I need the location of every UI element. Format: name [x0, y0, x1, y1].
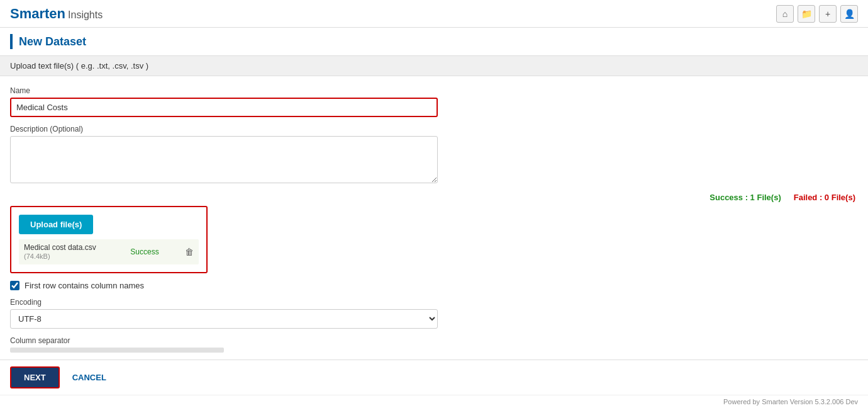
page-title-accent [10, 34, 13, 49]
header: Smarten Insights ⌂ 📁 + 👤 [0, 0, 868, 28]
footer-bar: NEXT CANCEL [0, 360, 868, 395]
folder-button[interactable]: 📁 [798, 5, 815, 23]
upload-status-right: Success : 1 File(s) Failed : 0 File(s) [10, 193, 858, 202]
first-row-label[interactable]: First row contains column names [25, 281, 144, 290]
home-button[interactable]: ⌂ [776, 5, 794, 23]
logo-insights: Insights [68, 9, 103, 21]
encoding-label: Encoding [10, 298, 438, 307]
section-header: Upload text file(s) ( e.g. .txt, .csv, .… [0, 56, 868, 76]
description-field-group: Description (Optional) [10, 125, 438, 185]
first-row-checkbox[interactable] [10, 281, 19, 290]
failed-status: Failed : 0 File(s) [794, 193, 855, 202]
delete-file-icon[interactable]: 🗑 [185, 247, 194, 257]
logo: Smarten Insights [10, 6, 103, 22]
add-button[interactable]: + [819, 5, 837, 23]
col-sep-label: Column separator [10, 336, 858, 345]
name-input[interactable] [10, 98, 438, 117]
encoding-select[interactable]: UTF-8 UTF-16 ISO-8859-1 ASCII [10, 309, 438, 329]
powered-by: Powered by Smarten Version 5.3.2.006 Dev [0, 395, 868, 408]
file-info: Medical cost data.csv (74.4kB) [24, 243, 104, 261]
col-sep-group: Column separator [10, 336, 858, 353]
name-label: Name [10, 86, 438, 95]
upload-section-box: Upload file(s) Medical cost data.csv (74… [10, 206, 208, 273]
description-textarea[interactable] [10, 136, 438, 183]
encoding-field-group: Encoding UTF-8 UTF-16 ISO-8859-1 ASCII [10, 298, 438, 329]
name-field-group: Name [10, 86, 438, 117]
description-label: Description (Optional) [10, 125, 438, 133]
main-content: Upload text file(s) ( e.g. .txt, .csv, .… [0, 56, 868, 408]
header-icons: ⌂ 📁 + 👤 [776, 5, 858, 23]
page-title: New Dataset [19, 35, 86, 48]
upload-and-status: Success : 1 File(s) Failed : 0 File(s) U… [10, 193, 858, 281]
next-button[interactable]: NEXT [10, 366, 60, 388]
form-scroll[interactable]: Name Description (Optional) Success : 1 … [0, 76, 868, 360]
page-title-bar: New Dataset [0, 28, 868, 56]
col-sep-partial [10, 348, 224, 353]
file-success-label: Success [104, 247, 185, 256]
file-size: (74.4kB) [24, 252, 50, 260]
first-row-checkbox-row: First row contains column names [10, 281, 858, 290]
success-status: Success : 1 File(s) [709, 193, 781, 202]
file-status-row: Medical cost data.csv (74.4kB) Success 🗑 [19, 239, 199, 264]
logo-smarten: Smarten [10, 6, 65, 22]
user-button[interactable]: 👤 [840, 5, 858, 23]
file-name: Medical cost data.csv [24, 243, 96, 252]
upload-button[interactable]: Upload file(s) [19, 215, 93, 234]
upload-section-label: Upload text file(s) ( e.g. .txt, .csv, .… [10, 61, 148, 71]
cancel-button[interactable]: CANCEL [67, 370, 111, 385]
